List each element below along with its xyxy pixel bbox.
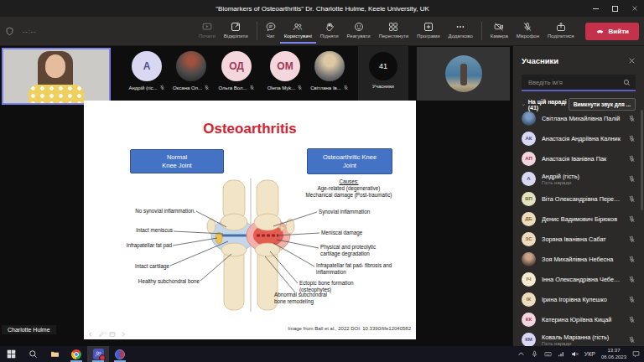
- participant-video-tile[interactable]: [417, 47, 510, 101]
- participant-tile[interactable]: ОД Ольга Вол...: [214, 46, 259, 101]
- mic-off-icon[interactable]: [628, 175, 636, 183]
- participant-name: Андрій (гість): [542, 173, 622, 180]
- start-recording-button[interactable]: Почати: [195, 18, 220, 44]
- button-label: Почати: [199, 34, 216, 39]
- participant-row[interactable]: КМ Коваль Маріанна (гість) Гість наради: [513, 329, 644, 346]
- mic-off-icon[interactable]: [628, 155, 636, 163]
- mic-off-icon[interactable]: [628, 195, 636, 203]
- file-explorer-button[interactable]: [44, 346, 65, 362]
- meeting-stage: А Андрій (гіс... Оксана Ол... ОД Ольга В…: [0, 46, 512, 346]
- apps-button[interactable]: Програми: [413, 18, 444, 44]
- search-input[interactable]: [527, 78, 620, 87]
- mic-off-icon[interactable]: [628, 276, 636, 283]
- pen-tool-button[interactable]: [98, 331, 105, 338]
- app-button[interactable]: [109, 346, 131, 362]
- language-indicator[interactable]: УКР: [584, 351, 595, 357]
- meeting-timer: --:--: [23, 28, 36, 34]
- participant-row[interactable]: ІК Ірина Ігорівна Кулешко: [513, 289, 644, 309]
- participant-row[interactable]: ДБ Денис Вадимович Бірюков: [513, 209, 644, 229]
- avatar: ЗС: [522, 232, 536, 246]
- date: 06.06.2023: [601, 354, 626, 360]
- react-button[interactable]: Реагувати: [343, 18, 375, 44]
- diagram-label: Synovial inflammation: [319, 209, 370, 215]
- participant-name: Olena Myk...: [267, 85, 296, 90]
- participant-tile[interactable]: А Андрій (гіс...: [124, 46, 169, 101]
- chevron-down-icon: [522, 102, 526, 107]
- microphone-button[interactable]: Мікрофон: [512, 18, 543, 44]
- volume-muted-icon[interactable]: [571, 350, 579, 358]
- participant-row[interactable]: АП Анастасія Іванівна Пак: [513, 148, 644, 168]
- chat-button[interactable]: Чат: [262, 18, 280, 44]
- participant-row[interactable]: КК Катерина Юріївна Кицай: [513, 309, 644, 329]
- participant-row[interactable]: ІЧ Інна Олександрівна Чеберніна: [513, 269, 644, 289]
- participant-count-label: Учасники: [372, 84, 394, 89]
- taskbar-search-button[interactable]: [22, 346, 44, 362]
- teams-button[interactable]: [87, 346, 109, 362]
- unpin-button[interactable]: Відкріпити: [220, 18, 252, 44]
- close-panel-button[interactable]: [628, 53, 636, 68]
- mic-off-icon[interactable]: [628, 215, 636, 223]
- raise-hand-button[interactable]: Підняти: [316, 18, 343, 44]
- action-center-icon[interactable]: [632, 350, 640, 358]
- participants-overflow-tile[interactable]: 41 Учасники: [358, 46, 408, 101]
- participant-tile[interactable]: Світлана Ів...: [307, 46, 352, 101]
- button-label: Переглянути: [379, 34, 409, 39]
- camera-button[interactable]: Камера: [486, 18, 512, 44]
- mic-off-icon[interactable]: [628, 115, 636, 122]
- mic-off-icon[interactable]: [628, 336, 636, 344]
- participant-row[interactable]: АК Анастасія Андріївна Калник: [513, 128, 644, 148]
- causes-line: Age-related (degenerative): [277, 185, 421, 192]
- mic-off-icon[interactable]: [628, 235, 636, 243]
- mic-off-icon[interactable]: [628, 296, 636, 303]
- share-icon: [556, 22, 566, 32]
- avatar: [314, 51, 345, 81]
- avatar: ОМ: [270, 51, 300, 81]
- oa-knee-box: Osteoarthritic Knee Joint: [307, 148, 392, 174]
- close-window-button[interactable]: [625, 0, 644, 17]
- tray-keyboard-icon[interactable]: [544, 350, 552, 358]
- slide-controls: [87, 331, 127, 338]
- more-button[interactable]: Додатково: [444, 18, 477, 44]
- participants-button[interactable]: Користувачі: [280, 18, 316, 44]
- chrome-button[interactable]: [65, 346, 87, 362]
- view-button[interactable]: Переглянути: [375, 18, 413, 44]
- diagram-label: Infrapatellar fat pad: [127, 242, 172, 248]
- participant-row[interactable]: А Андрій (гість) Гість наради: [513, 168, 644, 189]
- participant-name: Світлана Ів...: [310, 85, 340, 90]
- search-box[interactable]: [522, 75, 636, 91]
- participant-tile[interactable]: Оксана Ол...: [169, 46, 214, 101]
- participant-tile[interactable]: ОМ Olena Myk...: [262, 46, 308, 101]
- folder-icon: [50, 349, 60, 359]
- participant-row[interactable]: Зоя Михайлівна Небесна: [513, 249, 644, 269]
- self-video-tile[interactable]: [2, 48, 111, 105]
- notification-badge: [99, 354, 106, 361]
- panel-title: Учасники: [522, 56, 558, 65]
- mic-off-icon[interactable]: [628, 316, 636, 323]
- participant-row[interactable]: Світлана Михайлівна Палій: [513, 108, 644, 128]
- avatar: А: [132, 51, 162, 81]
- avatar: ІК: [522, 292, 536, 307]
- chevron-up-icon[interactable]: [517, 350, 525, 358]
- avatar: А: [522, 172, 536, 186]
- button-label: Програми: [417, 34, 439, 39]
- person-silhouette: [460, 64, 467, 85]
- maximize-button[interactable]: [605, 0, 625, 17]
- mic-off-icon[interactable]: [628, 135, 636, 142]
- avatar: [522, 252, 536, 266]
- mic-off-icon[interactable]: [628, 256, 636, 263]
- scrollbar[interactable]: [641, 110, 643, 210]
- participant-row[interactable]: ЗС Зоряна Іванівна Сабат: [513, 229, 644, 249]
- clock[interactable]: 13:37 06.06.2023: [601, 348, 626, 359]
- participant-row[interactable]: ВП Віта Олександрівна Перестюк: [513, 189, 644, 209]
- next-slide-button[interactable]: [120, 331, 127, 338]
- minimize-button[interactable]: [586, 0, 605, 17]
- tray-mic-icon[interactable]: [531, 350, 538, 358]
- leave-button[interactable]: Вийти: [585, 23, 639, 40]
- share-button[interactable]: Поділитися: [543, 18, 579, 44]
- network-icon[interactable]: [558, 350, 565, 358]
- hand-icon: [325, 22, 335, 32]
- avatar: АП: [522, 152, 536, 166]
- previous-slide-button[interactable]: [87, 331, 94, 338]
- slide-panel-button[interactable]: [109, 331, 116, 338]
- start-button[interactable]: [0, 346, 22, 362]
